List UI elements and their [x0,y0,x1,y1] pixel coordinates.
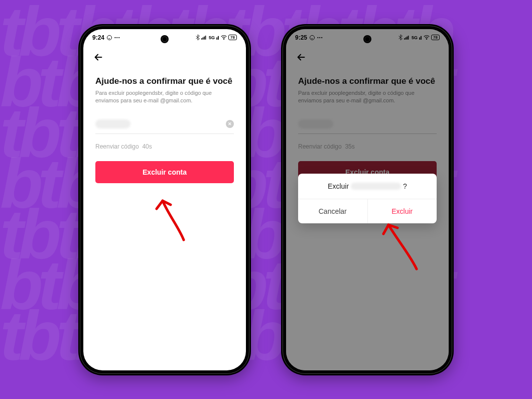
clear-input-icon[interactable] [226,120,234,128]
resend-code: Reenviar código 40s [95,143,234,150]
page-title: Ajude-nos a confirmar que é você [95,76,234,86]
dialog-title: Excluir ? [298,174,437,199]
status-time: 9:24 [92,34,104,41]
blurred-username [351,183,401,190]
resend-timer: 40s [142,143,152,150]
svg-rect-3 [204,37,205,40]
network-label: 5G [209,35,215,40]
more-icon: ••• [114,35,120,40]
signal-icon [201,35,207,40]
annotation-arrow-icon [149,190,194,245]
back-arrow-icon [93,52,104,63]
front-camera-icon [162,36,168,42]
svg-rect-2 [203,38,204,40]
battery-icon: 78 [228,35,237,40]
svg-rect-4 [205,36,206,40]
svg-rect-1 [201,38,202,40]
blurred-code-value [95,119,130,128]
dialog-delete-button[interactable]: Excluir [368,199,437,223]
back-button[interactable] [89,48,107,66]
code-input[interactable] [95,117,234,134]
wifi-icon [221,35,227,40]
phone-frame-left: 9:24 ••• 5G 78 [78,24,251,375]
delete-account-button[interactable]: Excluir conta [95,161,234,183]
confirm-delete-dialog: Excluir ? Cancelar Excluir [298,174,437,223]
whatsapp-icon [106,35,112,41]
page-subtitle: Para excluir pooplegendsbr, digite o cód… [95,89,234,105]
svg-point-7 [223,39,224,40]
nav-bar [83,46,246,68]
svg-rect-5 [216,38,217,40]
dialog-cancel-button[interactable]: Cancelar [298,199,368,223]
phone-frame-right: 9:25 ••• 5G 78 [281,24,454,375]
signal2-icon [216,35,219,40]
svg-point-0 [107,35,112,40]
bluetooth-icon [196,35,200,40]
svg-rect-6 [218,36,219,40]
